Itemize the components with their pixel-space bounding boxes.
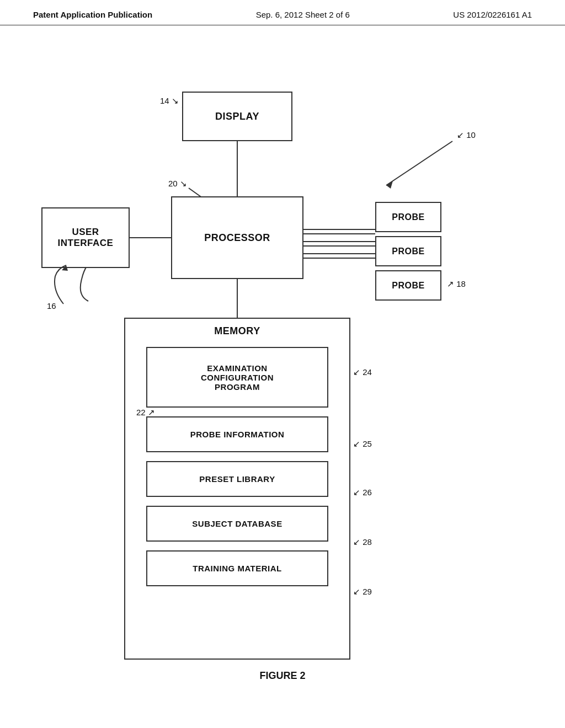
user-interface-box: USER INTERFACE	[41, 207, 130, 268]
header-center: Sep. 6, 2012 Sheet 2 of 6	[256, 10, 350, 19]
probe-box-2: PROBE	[375, 236, 441, 266]
processor-box: PROCESSOR	[171, 196, 303, 279]
ref-preset-library: ↙ 26	[353, 488, 372, 497]
header-left: Patent Application Publication	[33, 10, 152, 19]
ref-probe-info: ↙ 25	[353, 439, 372, 449]
display-box: DISPLAY	[182, 92, 292, 141]
preset-library-box: PRESET LIBRARY	[146, 461, 328, 497]
subject-db-box: SUBJECT DATABASE	[146, 506, 328, 542]
ref-system: ↙ 10	[457, 130, 476, 140]
ref16-arrow	[36, 263, 80, 312]
probe-box-1: PROBE	[375, 202, 441, 232]
svg-marker-10	[386, 181, 393, 189]
ref-display: 14 ↘	[160, 96, 179, 106]
svg-line-9	[386, 141, 452, 185]
diagram-container: DISPLAY 14 ↘ ↙ 10 20 ↘ PROCESSOR USER IN…	[0, 25, 565, 698]
ref-processor: 20 ↘	[168, 179, 187, 189]
figure-caption: FIGURE 2	[0, 670, 565, 682]
page-header: Patent Application Publication Sep. 6, 2…	[0, 0, 565, 25]
header-right: US 2012/0226161 A1	[453, 10, 532, 19]
exam-config-box: EXAMINATION CONFIGURATION PROGRAM	[146, 347, 328, 408]
memory-box: MEMORY EXAMINATION CONFIGURATION PROGRAM…	[124, 318, 350, 660]
ref-memory: 22 ↗	[136, 408, 155, 417]
ref-subject-db: ↙ 28	[353, 537, 372, 547]
probe-info-box: PROBE INFORMATION	[146, 416, 328, 452]
ref-probes: ↗ 18	[447, 279, 466, 289]
training-material-box: TRAINING MATERIAL	[146, 550, 328, 586]
probe-box-3: PROBE	[375, 270, 441, 301]
ref-exam-config: ↙ 24	[353, 367, 372, 377]
ref-training-material: ↙ 29	[353, 587, 372, 597]
